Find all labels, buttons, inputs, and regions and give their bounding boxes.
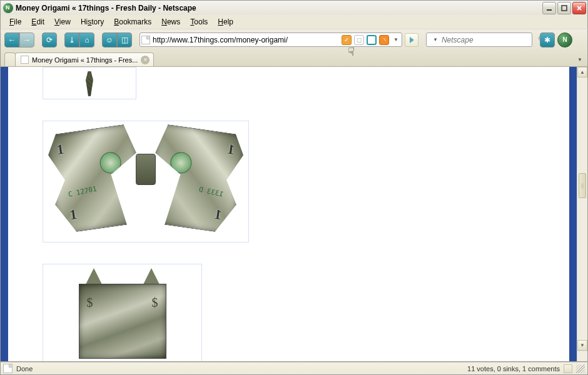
origami-image-3-cat[interactable] bbox=[43, 264, 202, 361]
page-main: C 12701 1333 D bbox=[8, 67, 569, 361]
status-right-text: 11 votes, 0 sinks, 1 comments bbox=[467, 365, 560, 372]
window-title: Money Origami « 17things - Fresh Daily -… bbox=[16, 4, 542, 12]
tabs-dropdown-icon[interactable]: ▼ bbox=[576, 56, 584, 64]
reload-button[interactable]: ⟳ bbox=[42, 32, 57, 48]
status-bar: Done 11 votes, 0 sinks, 1 comments bbox=[0, 362, 588, 375]
extra-group: ☺ ◫ bbox=[102, 32, 132, 48]
home-group: ⤓ ⌂ bbox=[64, 32, 94, 48]
minimize-button[interactable] bbox=[542, 2, 556, 14]
page-icon bbox=[141, 36, 150, 44]
vertical-scrollbar[interactable]: ▲ ▼ bbox=[577, 67, 587, 361]
tab-label: Money Origami « 17things - Fres... bbox=[32, 56, 138, 64]
menu-view[interactable]: View bbox=[49, 16, 76, 28]
status-page-icon bbox=[3, 364, 13, 373]
url-dropdown-icon[interactable]: ▼ bbox=[392, 37, 400, 42]
menu-bookmarks[interactable]: Bookmarks bbox=[109, 16, 156, 28]
netscape-throbber-icon[interactable]: N bbox=[557, 32, 572, 48]
svg-rect-1 bbox=[562, 6, 567, 11]
content-area: C 12701 1333 D ▲ ▼ bbox=[0, 66, 588, 362]
nav-group: ← → bbox=[4, 32, 34, 48]
window-controls bbox=[542, 2, 587, 14]
scroll-corner bbox=[577, 351, 587, 361]
mail-badge-icon[interactable] bbox=[367, 35, 377, 45]
web-page: C 12701 1333 D bbox=[1, 67, 577, 361]
menu-help[interactable]: Help bbox=[213, 16, 238, 28]
menu-edit[interactable]: Edit bbox=[26, 16, 49, 28]
scroll-thumb[interactable] bbox=[579, 173, 586, 198]
rss-badge-icon[interactable]: ৲ bbox=[379, 35, 389, 45]
search-input[interactable] bbox=[442, 36, 536, 44]
close-button[interactable] bbox=[572, 2, 586, 14]
back-button[interactable]: ← bbox=[4, 32, 19, 48]
status-text: Done bbox=[16, 365, 33, 372]
app-icon bbox=[3, 3, 13, 13]
blocked-badge-icon[interactable]: ◻ bbox=[354, 35, 364, 45]
search-bar[interactable]: ▼ 🔍 bbox=[426, 32, 532, 47]
new-tab-button[interactable] bbox=[4, 52, 16, 66]
menu-file[interactable]: File bbox=[4, 16, 26, 28]
star-button[interactable]: ✱ bbox=[540, 32, 555, 48]
svg-rect-0 bbox=[547, 9, 552, 11]
window-titlebar: Money Origami « 17things - Fresh Daily -… bbox=[0, 0, 588, 15]
friends-button[interactable]: ☺ bbox=[102, 32, 117, 48]
tab-strip: Money Origami « 17things - Fres... × ▼ bbox=[0, 50, 588, 66]
tab-close-button[interactable]: × bbox=[141, 56, 150, 64]
maximize-button[interactable] bbox=[557, 2, 571, 14]
navigation-toolbar: ← → ⟳ ⤓ ⌂ ☺ ◫ ✓ ◻ ৲ ▼ ▼ 🔍 ✱ N bbox=[0, 29, 588, 50]
menu-history[interactable]: History bbox=[76, 16, 109, 28]
url-input[interactable] bbox=[153, 36, 339, 44]
menu-tools[interactable]: Tools bbox=[185, 16, 213, 28]
scroll-up-button[interactable]: ▲ bbox=[577, 67, 587, 78]
home-button[interactable]: ⌂ bbox=[79, 32, 94, 48]
forward-button[interactable]: → bbox=[19, 32, 34, 48]
status-security-icon[interactable] bbox=[564, 364, 572, 373]
resize-grip-icon[interactable] bbox=[576, 364, 585, 373]
sidebar-button[interactable]: ◫ bbox=[117, 32, 132, 48]
go-button[interactable] bbox=[405, 33, 418, 47]
bookmark-badge-icon[interactable]: ✓ bbox=[342, 35, 352, 45]
tab-active[interactable]: Money Origami « 17things - Fres... × bbox=[15, 52, 154, 66]
tab-page-icon bbox=[21, 56, 29, 64]
origami-image-2-butterfly[interactable]: C 12701 1333 D bbox=[43, 121, 249, 242]
stop-button[interactable]: ⤓ bbox=[64, 32, 79, 48]
page-right-border bbox=[569, 67, 577, 361]
scroll-down-button[interactable]: ▼ bbox=[577, 340, 587, 351]
address-bar[interactable]: ✓ ◻ ৲ ▼ bbox=[139, 32, 402, 47]
origami-image-1[interactable] bbox=[43, 67, 136, 99]
page-left-border bbox=[1, 67, 8, 361]
menu-bar: File Edit View History Bookmarks News To… bbox=[0, 15, 588, 29]
menu-news[interactable]: News bbox=[156, 16, 185, 28]
